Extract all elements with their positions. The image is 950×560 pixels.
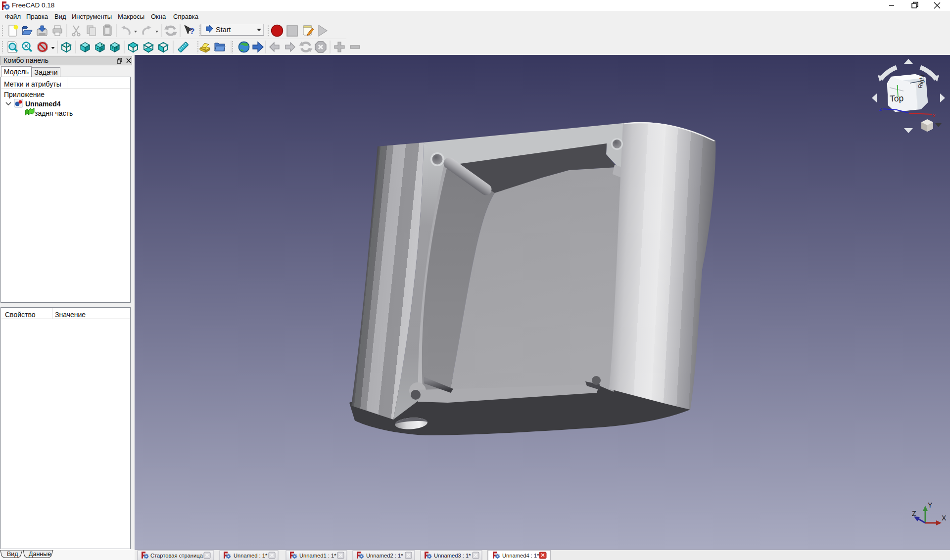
svg-text:Unnamed3 : 1*: Unnamed3 : 1* bbox=[434, 553, 471, 559]
svg-text:Unnamed : 1*: Unnamed : 1* bbox=[234, 553, 268, 559]
svg-text:Unnamed1 : 1*: Unnamed1 : 1* bbox=[299, 553, 336, 559]
svg-text:Z: Z bbox=[912, 510, 916, 517]
svg-text:x: x bbox=[933, 112, 936, 118]
svg-text:Start: Start bbox=[216, 26, 231, 34]
svg-text:Unnamed2 : 1*: Unnamed2 : 1* bbox=[366, 553, 403, 559]
svg-text:X: X bbox=[942, 514, 947, 522]
svg-text:Стартовая страница: Стартовая страница bbox=[150, 553, 203, 559]
svg-text:Top: Top bbox=[890, 93, 904, 103]
svg-text:Unnamed4 : 1*: Unnamed4 : 1* bbox=[502, 553, 539, 559]
svg-text:z: z bbox=[879, 106, 882, 112]
svg-text:Y: Y bbox=[928, 501, 933, 509]
svg-text:?: ? bbox=[190, 27, 194, 36]
